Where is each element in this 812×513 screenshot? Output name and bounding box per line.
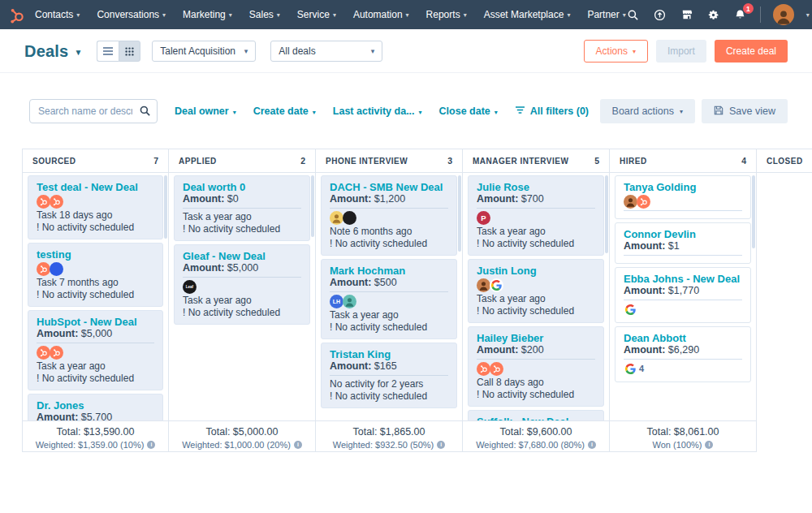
deal-card-test-deal-new-deal[interactable]: Test deal - New DealTask 18 days ago! No… [28,175,163,239]
app-crimson-avatar: P [477,211,490,225]
nav-item-service[interactable]: Service▾ [297,9,336,20]
board-column-body: Test deal - New DealTask 18 days ago! No… [23,173,168,420]
deal-card-gleaf-new-deal[interactable]: Gleaf - New DealAmount: $5,000LeafTask a… [174,244,310,325]
filter-dropdown-deal-owner[interactable]: Deal owner▾ [175,106,236,117]
nav-item-partner[interactable]: Partner▾ [587,9,625,20]
deal-card-title: Deal worth 0 [183,181,301,193]
deal-card-tanya-golding[interactable]: Tanya Golding [615,175,751,219]
deal-card-mark-hochman[interactable]: Mark HochmanAmount: $500LHTask a year ag… [321,259,457,339]
hubspot-avatar [477,362,490,376]
pipeline-select[interactable]: Talent Acquisition ▾ [152,41,256,62]
chevron-down-icon: ▾ [313,107,316,116]
deal-card-hubspot-new-deal[interactable]: HubSpot - New DealAmount: $5,000Task a y… [28,310,163,390]
upgrade-icon[interactable] [653,7,667,22]
user-avatar[interactable] [773,4,794,25]
deal-card-connor-devlin[interactable]: Connor DevlinAmount: $1 [615,222,751,264]
board-column-count: 7 [153,156,158,166]
deal-card-dr-jones[interactable]: Dr. JonesAmount: $5,700 [28,394,163,420]
deal-card-title: Justin Long [477,265,595,277]
column-scrollbar[interactable] [164,175,167,239]
filter-dropdown-last-activity-da[interactable]: Last activity da...▾ [333,106,422,117]
column-scrollbar[interactable] [605,175,608,253]
board-column-name: PHONE INTERVIEW [326,157,408,166]
chevron-down-icon: ▾ [277,11,280,19]
nav-item-conversations[interactable]: Conversations▾ [97,9,166,20]
column-scrollbar[interactable] [311,175,314,237]
info-icon[interactable]: i [437,441,445,449]
column-total: Total: $5,000.00 [169,425,315,438]
marketplace-icon[interactable] [680,7,694,22]
info-icon[interactable]: i [705,441,713,449]
deal-card-avatars [624,195,742,208]
deal-card-justin-long[interactable]: Justin LongTask a year ago! No activity … [468,259,604,323]
google-avatar [490,278,503,292]
search-icon [139,105,151,120]
chevron-down-icon[interactable]: ▾ [806,11,810,19]
nav-item-contacts[interactable]: Contacts▾ [35,9,80,20]
card-divider [330,208,448,209]
deal-card-deal-worth-0[interactable]: Deal worth 0Amount: $0Task a year ago! N… [174,175,310,241]
amount-label: Amount: [183,193,224,205]
deal-card-amount: Amount: $5,000 [37,328,154,340]
board-actions-button[interactable]: Board actions ▾ [600,99,695,123]
import-button[interactable]: Import [656,40,706,63]
settings-icon[interactable] [706,7,721,22]
hubspot-avatar [50,195,63,209]
card-divider [624,300,742,300]
board-view-button[interactable] [119,41,140,62]
deal-card-amount: Amount: $200 [477,344,595,356]
create-deal-button[interactable]: Create deal [715,40,788,63]
amount-value: $200 [521,344,544,356]
nav-item-asset-marketplace[interactable]: Asset Marketplace▾ [484,9,571,20]
deal-card-testing[interactable]: testingTask 7 months ago! No activity sc… [28,243,163,307]
deal-card-julie-rose[interactable]: Julie RoseAmount: $700PTask a year ago! … [468,175,604,256]
deal-card-title: Mark Hochman [330,265,448,277]
card-divider [37,343,154,343]
amount-label: Amount: [624,285,665,296]
board-column-footer: Total: $1,865.00Weighted: $932.50 (50%)i [316,420,462,452]
nav-item-sales[interactable]: Sales▾ [249,9,280,20]
column-scrollbar[interactable] [752,175,755,248]
info-icon[interactable]: i [294,441,302,449]
actions-button[interactable]: Actions ▾ [584,40,648,63]
chevron-down-icon: ▾ [406,11,409,19]
amount-value: $500 [374,277,397,288]
deal-card-tristan-king[interactable]: Tristan KingAmount: $165No activity for … [321,343,457,408]
deals-filter-select[interactable]: All deals ▾ [270,41,382,62]
nav-item-automation[interactable]: Automation▾ [353,9,409,20]
deal-card-hailey-bieber[interactable]: Hailey BieberAmount: $200Call 8 days ago… [468,326,604,407]
board-column-name: MANAGER INTERVIEW [473,157,568,166]
amount-label: Amount: [624,240,665,252]
list-view-button[interactable] [97,41,119,62]
column-weighted-label: Won (100%) [653,439,702,450]
deal-card-activity: Task a year ago [477,293,595,305]
notifications-icon[interactable]: 1 [733,7,748,22]
board-actions-label: Board actions [612,106,674,117]
deal-card-suffolk-new-deal[interactable]: Suffolk - New Deal [468,410,604,420]
deal-card-dean-abbott[interactable]: Dean AbbottAmount: $6,2904 [615,326,751,382]
save-icon [714,106,723,118]
search-icon[interactable] [626,7,641,22]
app-black-avatar [343,211,356,225]
column-scrollbar[interactable] [458,175,461,252]
page-title-dropdown[interactable]: Deals ▼ [24,42,82,61]
all-filters-button[interactable]: All filters (0) [515,106,589,117]
board-column-applied: APPLIED2Deal worth 0Amount: $0Task a yea… [169,149,316,452]
chevron-down-icon: ▾ [464,11,467,19]
filter-dropdown-create-date[interactable]: Create date▾ [253,106,316,117]
info-icon[interactable]: i [588,441,596,449]
deal-card-ebba-johns-new-deal[interactable]: Ebba Johns - New DealAmount: $1,770 [615,267,751,323]
chevron-down-icon: ▾ [680,108,683,115]
nav-item-marketing[interactable]: Marketing▾ [183,9,232,20]
info-icon[interactable]: i [147,441,155,449]
card-divider [183,208,301,209]
column-weighted: Weighted: $1,359.00 (10%)i [23,439,168,450]
deal-card-amount: Amount: $6,290 [624,344,742,356]
deal-card-dach-smb-new-deal[interactable]: DACH - SMB New DealAmount: $1,200Note 6 … [321,175,457,256]
filter-dropdown-close-date[interactable]: Close date▾ [439,106,498,117]
save-view-button[interactable]: Save view [702,99,788,123]
board-column-name: CLOSED [767,157,803,166]
hubspot-logo-icon[interactable] [8,4,27,25]
column-total: Total: $8,061.00 [610,425,756,438]
nav-item-reports[interactable]: Reports▾ [426,9,467,20]
